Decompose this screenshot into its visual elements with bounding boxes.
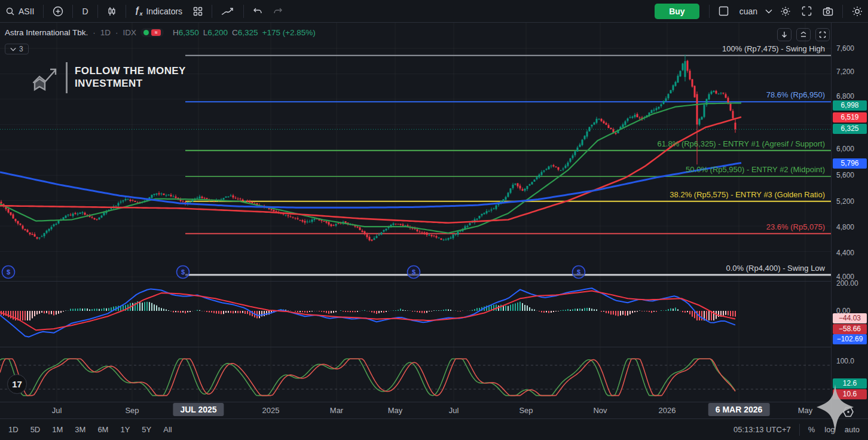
range-1m[interactable]: 1M <box>47 423 68 436</box>
indicator-templates-button[interactable] <box>188 3 208 20</box>
plus-circle-icon <box>53 6 63 17</box>
watermark-chart-icon <box>31 62 59 93</box>
price-label: 6,519 <box>833 112 867 123</box>
chart-legend[interactable]: Astra International Tbk. · 1D · IDX ≈ H6… <box>5 28 316 37</box>
alert-curve-button[interactable] <box>216 3 240 20</box>
range-1d[interactable]: 1D <box>4 423 23 436</box>
symbol-search-button[interactable]: ASII <box>0 3 39 20</box>
scale-auto[interactable]: auto <box>845 425 860 434</box>
layout-dropdown-button[interactable] <box>763 3 775 20</box>
price-label: 6,998 <box>833 100 867 111</box>
sharia-badge-icon: ≈ <box>151 29 161 36</box>
stoch-pane[interactable] <box>0 347 831 402</box>
axis-tick: 4,400 <box>836 249 854 257</box>
axis-tick: 5,600 <box>836 171 854 179</box>
price-label: −44.03 <box>833 313 867 323</box>
fullscreen-button[interactable] <box>796 3 817 20</box>
ma-fast-green[interactable] <box>0 103 741 233</box>
layout-name-button[interactable]: cuan <box>734 3 763 20</box>
price-axis[interactable]: 7,6007,2006,8006,0005,6005,2004,8004,400… <box>831 23 868 418</box>
single-layout-icon <box>719 6 729 16</box>
interval-label: D <box>82 7 88 16</box>
price-label: −58.66 <box>833 324 867 334</box>
time-axis[interactable]: JulSep2025MarMayJulSepNov2026MayJUL 2025… <box>0 402 831 418</box>
price-label: −102.69 <box>833 334 867 344</box>
time-tick: Jul <box>52 406 62 415</box>
axis-tick: 200.00 <box>836 279 858 288</box>
time-tick: May <box>388 406 403 415</box>
scale-log[interactable]: log <box>824 425 835 434</box>
time-tick: Jul <box>449 406 459 415</box>
time-tick: May <box>798 406 813 415</box>
chevron-down-icon <box>765 9 772 14</box>
axis-tick: 6,000 <box>836 145 854 153</box>
price-label: 5,796 <box>833 158 867 169</box>
interval-button[interactable]: D <box>77 3 93 20</box>
chart-style-button[interactable] <box>102 3 122 20</box>
layout-button[interactable] <box>713 3 734 20</box>
macd-pane[interactable] <box>0 281 831 347</box>
snapshot-button[interactable] <box>817 3 839 20</box>
hexagon-target-icon[interactable] <box>842 405 855 418</box>
buy-button[interactable]: Buy <box>655 4 699 19</box>
date-range-box[interactable]: JUL 2025 <box>173 403 224 416</box>
fib-level-label[interactable]: 38.2% (Rp5,575) - ENTRY #3 (Golden Ratio… <box>670 190 825 199</box>
symbol-label: ASII <box>19 7 34 16</box>
pane-divider[interactable] <box>0 347 831 347</box>
fib-level-label[interactable]: 100% (Rp7,475) - Swing High <box>722 44 825 53</box>
tradingview-app: ASII D ƒx Indicators <box>0 0 868 440</box>
search-icon <box>5 7 15 16</box>
fullscreen-icon <box>802 6 812 16</box>
indicators-button[interactable]: ƒx Indicators <box>130 3 188 20</box>
move-pane-down-button[interactable] <box>777 28 791 41</box>
undo-button[interactable] <box>247 3 268 20</box>
scale-%[interactable]: % <box>808 425 815 434</box>
range-all[interactable]: All <box>158 423 176 436</box>
fib-level-label[interactable]: 61.8% (Rp6,325) - ENTRY #1 (Agresif / Su… <box>657 139 825 148</box>
fib-level-label[interactable]: 0.0% (Rp4,400) - Swing Low <box>726 264 825 273</box>
collapse-icon <box>800 31 807 38</box>
sun-icon <box>852 6 863 17</box>
close-value: 6,325 <box>238 28 258 37</box>
time-tick: Sep <box>125 406 139 415</box>
fib-level-label[interactable]: 23.6% (Rp5,075) <box>766 222 825 231</box>
dividend-markers[interactable]: $$$$ <box>2 266 585 279</box>
fx-icon: ƒx <box>135 5 143 17</box>
watermark-line2: INVESTMENT <box>75 78 186 90</box>
grid-layout-icon <box>193 7 203 16</box>
pane-controls <box>777 28 830 41</box>
tradingview-logo[interactable]: 17 <box>7 374 27 394</box>
price-label: 12.6 <box>833 378 867 389</box>
clock[interactable]: 05:13:13 UTC+7 <box>733 425 791 434</box>
axis-tick: 5,200 <box>836 197 854 206</box>
maximize-pane-button[interactable] <box>815 28 830 41</box>
range-5d[interactable]: 5D <box>26 423 45 436</box>
time-tick: 2026 <box>659 406 676 415</box>
settings-button[interactable] <box>775 3 796 20</box>
redo-button[interactable] <box>268 3 288 20</box>
svg-text:$: $ <box>412 268 415 276</box>
fib-level-label[interactable]: 78.6% (Rp6,950) <box>766 90 825 99</box>
redo-icon <box>273 7 283 16</box>
date-range-box[interactable]: 6 MAR 2026 <box>708 403 770 416</box>
range-1y[interactable]: 1Y <box>115 423 135 436</box>
fib-level-label[interactable]: 50.0% (Rp5,950) - ENTRY #2 (Midpoint) <box>686 165 825 174</box>
range-6m[interactable]: 6M <box>93 423 113 436</box>
compare-button[interactable] <box>47 3 69 20</box>
price-pane[interactable]: $$$$ <box>0 23 831 281</box>
collapse-pane-button[interactable] <box>796 28 811 41</box>
time-tick: Mar <box>330 406 343 415</box>
signal-line[interactable] <box>0 291 735 331</box>
maximize-icon <box>819 31 826 38</box>
range-5y[interactable]: 5Y <box>137 423 156 436</box>
pane-divider[interactable] <box>0 281 831 282</box>
price-label: 10.6 <box>833 389 867 399</box>
axis-tick: 7,200 <box>836 68 854 76</box>
price-label: 6,325 <box>833 124 867 134</box>
scale-buttons: %logauto <box>808 425 860 434</box>
legend-exchange: IDX <box>123 28 137 37</box>
theme-button[interactable] <box>846 3 868 20</box>
indicators-collapse-button[interactable]: 3 <box>5 44 29 54</box>
range-3m[interactable]: 3M <box>70 423 90 436</box>
svg-text:$: $ <box>181 268 185 276</box>
